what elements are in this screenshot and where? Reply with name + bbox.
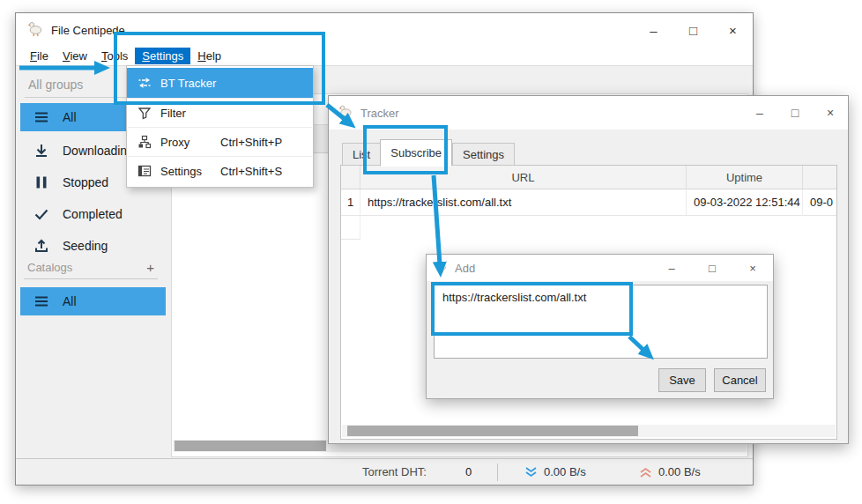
dht-label: Torrent DHT: xyxy=(362,465,427,478)
tab-label: Subscribe xyxy=(390,146,442,159)
menu-item-label: Filter xyxy=(160,107,186,120)
tracker-tabbar: List Subscribe Settings xyxy=(342,137,515,166)
table-row-num: 1 xyxy=(341,189,360,216)
statusbar: Torrent DHT: 0 0.00 B/s 0.00 B/s xyxy=(16,458,753,485)
menu-item-settings[interactable]: Settings Ctrl+Shift+S xyxy=(127,157,313,185)
add-dialog: Add – □ × https://trackerslist.com/all.t… xyxy=(426,254,774,399)
add-dialog-title: Add xyxy=(455,262,475,275)
table-row-url[interactable]: https://trackerslist.com/all.txt xyxy=(360,189,687,216)
maximize-button[interactable]: □ xyxy=(692,255,732,281)
table-row-uptime[interactable]: 09-03-2022 12:51:44 xyxy=(687,189,803,216)
sidebar-item-label: Stopped xyxy=(63,175,108,189)
download-icon xyxy=(33,142,50,159)
tracker-titlebar: Tracker – □ × xyxy=(329,96,848,130)
menu-view[interactable]: View xyxy=(56,48,94,64)
tab-settings[interactable]: Settings xyxy=(452,143,515,166)
catalogs-label: Catalogs xyxy=(27,261,72,274)
menu-item-filter[interactable]: Filter xyxy=(127,99,313,127)
check-icon xyxy=(33,205,50,223)
menu-file[interactable]: File xyxy=(23,48,56,64)
upload-chevron-icon xyxy=(638,466,653,481)
upload-icon xyxy=(33,237,50,255)
menu-help[interactable]: Help xyxy=(190,48,228,64)
tab-label: List xyxy=(353,148,370,161)
bt-tracker-icon xyxy=(137,76,152,90)
url-textarea[interactable]: https://trackerslist.com/all.txt xyxy=(434,285,768,359)
maximize-button[interactable]: □ xyxy=(777,96,813,130)
close-button[interactable]: × xyxy=(813,96,848,130)
sidebar-item-label: All xyxy=(63,294,77,308)
column-header-num[interactable] xyxy=(341,166,360,189)
statusbar-divider xyxy=(497,463,498,481)
menu-item-proxy[interactable]: Proxy Ctrl+Shift+P xyxy=(127,128,313,156)
empty-row-cell xyxy=(341,216,360,240)
sidebar-item-seeding[interactable]: Seeding xyxy=(20,232,166,260)
sidebar-item-completed[interactable]: Completed xyxy=(20,200,166,228)
settings-dropdown-menu: BT Tracker Filter Proxy Ctrl+Shift+P Set… xyxy=(126,65,314,188)
scrollbar-thumb[interactable] xyxy=(347,426,638,436)
filter-icon xyxy=(137,106,152,120)
app-goose-icon xyxy=(26,19,44,41)
minimize-button[interactable]: – xyxy=(742,96,777,130)
upload-rate: 0.00 B/s xyxy=(658,465,701,478)
tab-list[interactable]: List xyxy=(342,143,380,166)
download-rate: 0.00 B/s xyxy=(544,465,586,478)
close-button[interactable]: × xyxy=(713,13,753,47)
dht-value: 0 xyxy=(465,465,472,478)
main-titlebar: File Centipede – □ × xyxy=(16,13,753,47)
menu-item-shortcut: Ctrl+Shift+P xyxy=(220,136,282,149)
add-catalog-button[interactable]: + xyxy=(146,260,154,275)
menu-item-label: Proxy xyxy=(160,136,189,149)
sidebar-item-label: Completed xyxy=(63,207,123,221)
add-titlebar: Add – □ × xyxy=(427,255,773,281)
tab-label: Settings xyxy=(463,148,504,161)
column-header-uptime[interactable]: Uptime xyxy=(687,166,803,189)
app-goose-icon xyxy=(338,103,353,122)
close-button[interactable]: × xyxy=(732,255,773,281)
maximize-button[interactable]: □ xyxy=(673,13,713,47)
cancel-button[interactable]: Cancel xyxy=(714,368,766,392)
menu-icon xyxy=(33,108,50,126)
menu-tools[interactable]: Tools xyxy=(94,48,135,64)
menu-item-bt-tracker[interactable]: BT Tracker xyxy=(127,68,313,98)
tracker-hscrollbar[interactable] xyxy=(342,425,836,437)
sidebar-item-label: All xyxy=(63,110,77,124)
menu-item-label: BT Tracker xyxy=(160,77,216,90)
menubar: File View Tools Settings Help xyxy=(16,47,753,66)
column-header-label: Uptime xyxy=(726,171,762,184)
catalogs-header: Catalogs + xyxy=(24,260,158,279)
sidebar-catalog-all[interactable]: All xyxy=(20,287,166,315)
settings-icon xyxy=(137,164,152,178)
proxy-icon xyxy=(137,135,152,149)
menu-item-shortcut: Ctrl+Shift+S xyxy=(220,165,282,178)
column-header-label: URL xyxy=(511,171,534,184)
scrollbar-thumb[interactable] xyxy=(175,441,326,451)
sidebar-item-label: Downloading xyxy=(63,144,134,158)
menu-icon xyxy=(33,293,50,310)
sidebar-item-label: Seeding xyxy=(63,239,108,253)
column-header-extra[interactable] xyxy=(803,166,836,189)
main-window-title: File Centipede xyxy=(51,24,125,37)
menu-settings[interactable]: Settings xyxy=(135,48,190,64)
menu-item-label: Settings xyxy=(160,165,202,178)
tracker-dialog-title: Tracker xyxy=(360,107,399,120)
tab-subscribe[interactable]: Subscribe xyxy=(380,139,452,167)
minimize-button[interactable]: – xyxy=(651,255,692,281)
save-button[interactable]: Save xyxy=(658,368,706,392)
column-header-url[interactable]: URL xyxy=(360,166,687,189)
table-row-extra[interactable]: 09-0 xyxy=(803,189,836,216)
download-chevron-icon xyxy=(524,466,539,481)
app-goose-icon xyxy=(434,259,448,277)
minimize-button[interactable]: – xyxy=(634,13,673,47)
pause-icon xyxy=(33,174,50,191)
